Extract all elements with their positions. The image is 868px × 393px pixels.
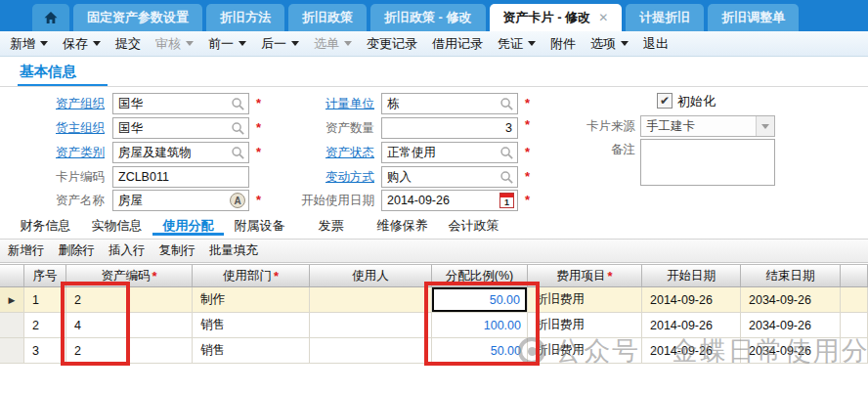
- header-end-date[interactable]: 结束日期: [741, 265, 841, 286]
- tab-home[interactable]: [32, 4, 69, 31]
- pick-list-button[interactable]: 选单: [314, 35, 352, 53]
- close-icon[interactable]: ✕: [598, 11, 608, 24]
- header-use-dept[interactable]: 使用部门*: [193, 265, 310, 286]
- owner-org-label[interactable]: 货主组织: [12, 117, 105, 139]
- change-mode-label[interactable]: 变动方式: [282, 166, 374, 188]
- cell-seq[interactable]: 2: [24, 313, 66, 338]
- cell-end-date[interactable]: 2034-09-26: [741, 313, 841, 338]
- delete-row-button[interactable]: 删除行: [59, 242, 96, 259]
- cell-start-date[interactable]: 2014-09-26: [642, 287, 741, 313]
- header-row-indicator[interactable]: [0, 265, 24, 286]
- voucher-button[interactable]: 凭证: [498, 35, 536, 53]
- tab-depreciation-policy-edit[interactable]: 折旧政策 - 修改: [370, 4, 486, 31]
- asset-org-input[interactable]: 国华: [112, 93, 249, 114]
- asset-name-input[interactable]: 房屋 A: [112, 190, 249, 211]
- chevron-down-icon: [186, 41, 194, 46]
- batch-fill-button[interactable]: 批量填充: [209, 242, 258, 259]
- chevron-down-icon: [239, 41, 246, 46]
- magnifier-icon[interactable]: [499, 146, 514, 160]
- tab-depreciation-method[interactable]: 折旧方法: [206, 4, 284, 31]
- new-button[interactable]: 新增: [10, 35, 48, 53]
- magnifier-icon[interactable]: [499, 170, 514, 185]
- tab-invoice[interactable]: 发票: [295, 214, 367, 240]
- insert-row-button[interactable]: 插入行: [108, 242, 146, 259]
- cell-end-date[interactable]: 2034-09-26: [741, 287, 841, 313]
- owner-org-input[interactable]: 国华: [112, 117, 249, 139]
- asset-org-label[interactable]: 资产组织: [12, 93, 105, 114]
- calendar-icon[interactable]: 1: [499, 193, 514, 208]
- cell-start-date[interactable]: 2014-09-26: [642, 313, 741, 338]
- tab-depreciation-adjustment[interactable]: 折旧调整单: [708, 4, 799, 31]
- cell-use-dept[interactable]: 销售: [193, 313, 310, 338]
- submit-button[interactable]: 提交: [115, 35, 141, 53]
- cell-allocation-pct-active[interactable]: 50.00: [432, 287, 528, 313]
- borrow-record-button[interactable]: 借用记录: [432, 35, 483, 53]
- cell-asset-code[interactable]: 4: [66, 313, 193, 338]
- tab-asset-card-edit[interactable]: 资产卡片 - 修改 ✕: [490, 4, 623, 31]
- tab-physical-info[interactable]: 实物信息: [81, 214, 152, 240]
- audit-button[interactable]: 审核: [155, 35, 194, 53]
- row-indicator-cell[interactable]: [0, 313, 24, 338]
- tab-fixed-asset-params[interactable]: 固定资产参数设置: [73, 4, 202, 31]
- header-allocation-pct[interactable]: 分配比例(%): [432, 265, 528, 286]
- magnifier-icon[interactable]: [499, 97, 514, 111]
- tab-usage-allocation[interactable]: 使用分配: [152, 214, 224, 240]
- unit-input[interactable]: 栋: [381, 93, 518, 114]
- start-use-date-input[interactable]: 2014-09-26 1: [381, 190, 518, 211]
- row-indicator-cell[interactable]: ▶: [0, 287, 24, 313]
- cell-use-dept[interactable]: 销售: [193, 338, 310, 364]
- options-button[interactable]: 选项: [590, 35, 629, 53]
- tab-accrue-depreciation[interactable]: 计提折旧: [626, 4, 704, 31]
- asset-status-input[interactable]: 正常使用: [381, 142, 518, 163]
- header-expense-item[interactable]: 费用项目*: [528, 265, 642, 286]
- cell-user[interactable]: [310, 313, 432, 338]
- remark-textarea[interactable]: [640, 139, 775, 186]
- previous-button[interactable]: 前一: [208, 35, 246, 53]
- row-indicator-cell[interactable]: [0, 338, 24, 364]
- tab-accessory-equipment[interactable]: 附属设备: [224, 214, 295, 240]
- asset-status-label[interactable]: 资产状态: [282, 142, 374, 163]
- copy-row-button[interactable]: 复制行: [159, 242, 196, 259]
- tab-finance-info[interactable]: 财务信息: [10, 214, 81, 240]
- save-button[interactable]: 保存: [63, 35, 101, 53]
- exit-button[interactable]: 退出: [643, 35, 669, 53]
- cell-expense-item[interactable]: 折旧费用: [528, 338, 642, 364]
- magnifier-icon[interactable]: [231, 97, 245, 111]
- cell-start-date[interactable]: 2014-09-26: [642, 338, 741, 364]
- header-start-date[interactable]: 开始日期: [642, 265, 741, 286]
- asset-name-label: 资产名称: [12, 190, 105, 211]
- cell-allocation-pct[interactable]: 100.00: [432, 313, 528, 338]
- header-asset-code[interactable]: 资产编码*: [66, 265, 193, 286]
- asset-category-input[interactable]: 房屋及建筑物: [112, 142, 249, 163]
- header-seq[interactable]: 序号: [24, 265, 66, 286]
- cell-seq[interactable]: 3: [24, 338, 66, 364]
- header-user[interactable]: 使用人: [310, 265, 432, 286]
- unit-label[interactable]: 计量单位: [282, 93, 374, 114]
- initialize-checkbox[interactable]: ✔: [657, 93, 673, 109]
- cell-asset-code[interactable]: 2: [66, 287, 193, 313]
- cell-expense-item[interactable]: 折旧费用: [528, 287, 642, 313]
- magnifier-icon[interactable]: [231, 121, 245, 136]
- change-record-button[interactable]: 变更记录: [367, 35, 417, 53]
- cell-seq[interactable]: 1: [24, 287, 66, 313]
- card-code-input[interactable]: ZCLB011: [112, 166, 249, 188]
- magnifier-icon[interactable]: [231, 146, 245, 160]
- cell-use-dept[interactable]: 制作: [193, 287, 310, 313]
- tab-accounting-policy[interactable]: 会计政策: [438, 214, 509, 240]
- attachment-button[interactable]: 附件: [550, 35, 576, 53]
- tab-maintenance[interactable]: 维修保养: [367, 214, 438, 240]
- cell-end-date[interactable]: 2034-09-26: [741, 338, 841, 364]
- tab-depreciation-policy[interactable]: 折旧政策: [288, 4, 367, 31]
- asset-quantity-input[interactable]: 3: [381, 117, 518, 139]
- card-source-select[interactable]: 手工建卡: [640, 115, 775, 137]
- cell-asset-code[interactable]: 2: [66, 338, 193, 364]
- next-button[interactable]: 后一: [261, 35, 299, 53]
- cell-user[interactable]: [310, 338, 432, 364]
- translate-icon[interactable]: A: [230, 193, 245, 208]
- add-row-button[interactable]: 新增行: [8, 242, 45, 259]
- asset-category-label[interactable]: 资产类别: [12, 142, 105, 163]
- cell-allocation-pct[interactable]: 50.00: [432, 338, 528, 364]
- cell-user[interactable]: [310, 287, 432, 313]
- change-mode-input[interactable]: 购入: [381, 166, 518, 188]
- cell-expense-item[interactable]: 折旧费用: [528, 313, 642, 338]
